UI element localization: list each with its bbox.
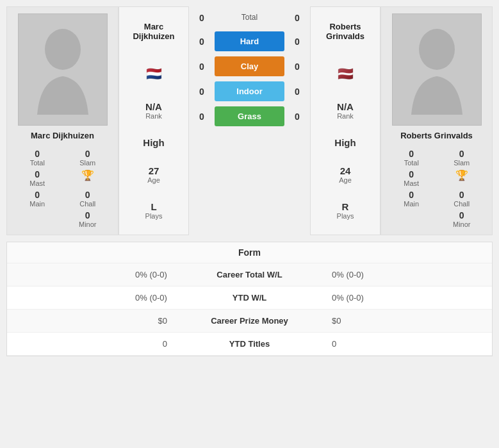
player1-minor-label: Minor [79,220,97,228]
player2-slam-value: 0 [459,149,464,159]
form-row-2: $0 Career Prize Money $0 [7,310,492,333]
clay-button[interactable]: Clay [215,56,284,76]
player2-high-value: High [334,137,356,148]
player2-main-value: 0 [409,190,414,200]
form-cell-right-2: $0 [322,310,492,333]
player2-mast-label: Mast [404,179,419,187]
player2-age-value: 24 [339,165,352,176]
grass-left: 0 [192,112,211,122]
player2-plays-value: R [337,201,354,212]
clay-left: 0 [192,62,211,72]
total-left-score: 0 [192,13,211,23]
svg-point-1 [419,29,455,70]
form-table: 0% (0-0) Career Total W/L 0% (0-0) 0% (0… [7,263,492,356]
player2-flag: 🇱🇻 [338,66,354,81]
player2-high-item: High [334,137,356,148]
player1-plays-value: L [145,201,163,212]
form-row-3: 0 YTD Titles 0 [7,333,492,356]
form-cell-right-0: 0% (0-0) [322,263,492,286]
player2-rank-item: N/A Rank [337,101,354,120]
player1-trophy-icon: 🏆 [81,169,94,181]
indoor-right: 0 [288,87,307,97]
total-right-score: 0 [288,13,307,23]
player1-slam-label: Slam [79,159,95,167]
player1-age-value: 27 [147,165,160,176]
form-section: Form 0% (0-0) Career Total W/L 0% (0-0) … [6,242,493,356]
form-cell-right-3: 0 [322,333,492,356]
player2-main-label: Main [404,200,419,208]
player1-chall-value: 0 [85,190,90,200]
player1-chall-label: Chall [79,200,95,208]
player1-mast-value: 0 [35,169,40,179]
player2-total-value: 0 [409,149,414,159]
form-cell-right-1: 0% (0-0) [322,286,492,310]
player1-rank-value: N/A [145,101,162,112]
svg-point-0 [45,29,81,70]
player1-mast-label: Mast [29,179,45,187]
player2-mast-cell: 0 Mast [388,169,436,187]
player1-card: Marc Dijkhuizen 0 Total 0 Slam 0 Mast 🏆 [6,6,119,235]
player-section: Marc Dijkhuizen 0 Total 0 Slam 0 Mast 🏆 [6,6,493,235]
player1-slam-cell: 0 Slam [64,149,112,167]
player2-chall-label: Chall [454,200,470,208]
player2-main-cell: 0 Main [388,190,436,208]
form-cell-left-2: $0 [7,310,177,333]
form-cell-left-1: 0% (0-0) [7,286,177,310]
player2-trophy-cell: 🏆 [438,169,486,187]
hard-left: 0 [192,37,211,47]
player1-stats: 0 Total 0 Slam 0 Mast 🏆 0 Main [13,149,111,228]
surface-row-hard: 0 Hard 0 [192,31,307,51]
player2-slam-label: Slam [454,159,470,167]
player1-total-value: 0 [35,149,40,159]
player1-high-item: High [143,137,164,148]
player1-total-label: Total [30,159,45,167]
form-header: Form [7,242,492,263]
player1-name-header: Marc Dijkhuizen [126,22,182,41]
player2-rank-value: N/A [337,101,354,112]
player1-plays-label: Plays [145,212,163,220]
form-cell-center-3: YTD Titles [177,333,322,356]
player1-age-item: 27 Age [147,165,160,184]
player2-rank-label: Rank [337,112,354,120]
player2-minor-cell: 0 Minor [438,210,486,228]
player2-chall-value: 0 [459,190,464,200]
form-cell-center-1: YTD W/L [177,286,322,310]
hard-button[interactable]: Hard [215,31,284,51]
player1-avatar [18,13,108,126]
indoor-button[interactable]: Indoor [215,81,284,101]
indoor-left: 0 [192,87,211,97]
surface-panel: 0 Total 0 0 Hard 0 0 Clay 0 0 Indoor 0 [189,6,310,235]
clay-right: 0 [288,62,307,72]
main-container: Marc Dijkhuizen 0 Total 0 Slam 0 Mast 🏆 [0,0,499,363]
player2-stats: 0 Total 0 Slam 0 Mast 🏆 0 Main [388,149,486,228]
player2-trophy-icon: 🏆 [455,169,468,181]
surface-row-clay: 0 Clay 0 [192,56,307,76]
player1-main-value: 0 [35,190,40,200]
player2-minor-label: Minor [453,220,471,228]
player2-plays-item: R Plays [337,201,354,220]
form-cell-left-0: 0% (0-0) [7,263,177,286]
player1-slam-value: 0 [85,149,90,159]
player2-plays-label: Plays [337,212,354,220]
player2-age-item: 24 Age [339,165,352,184]
player1-info-panel: Marc Dijkhuizen 🇳🇱 N/A Rank High 27 Age … [119,6,189,235]
player2-slam-cell: 0 Slam [438,149,486,167]
player1-plays-item: L Plays [145,201,163,220]
form-cell-left-3: 0 [7,333,177,356]
player1-age-label: Age [147,176,160,184]
player2-chall-cell: 0 Chall [438,190,486,208]
total-label: Total [241,13,258,22]
player2-name-header: Roberts Grinvalds [317,22,373,41]
player1-name: Marc Dijkhuizen [31,131,94,140]
player2-card: Roberts Grinvalds 0 Total 0 Slam 0 Mast … [380,6,493,235]
surface-row-indoor: 0 Indoor 0 [192,81,307,101]
player1-high-value: High [143,137,164,148]
player2-mast-value: 0 [409,169,414,179]
grass-button[interactable]: Grass [215,106,284,126]
player1-main-cell: 0 Main [13,190,61,208]
player1-minor-cell: 0 Minor [64,210,112,228]
player1-minor-value: 0 [85,210,90,220]
surface-row-grass: 0 Grass 0 [192,106,307,126]
player2-name: Roberts Grinvalds [400,131,473,140]
player1-trophy-cell: 🏆 [64,169,112,187]
